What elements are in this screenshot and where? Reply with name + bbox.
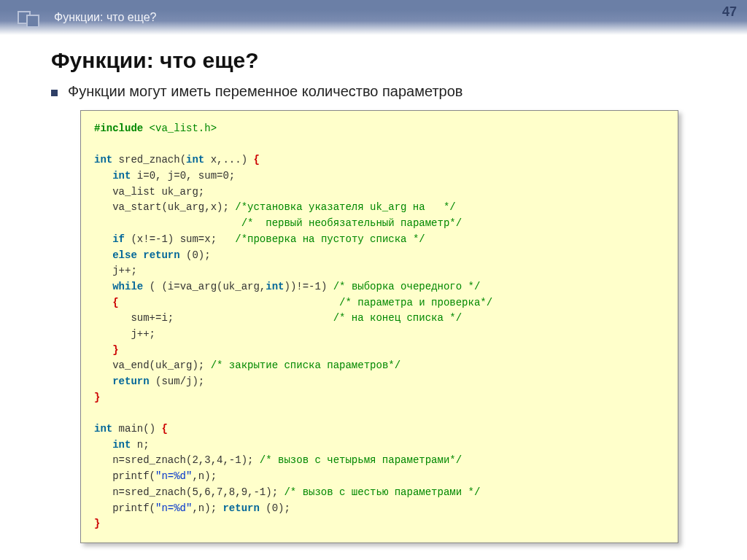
- code-kw: int: [112, 170, 131, 182]
- code-line: [94, 139, 100, 150]
- code-text: [94, 170, 112, 182]
- slide: Функции: что еще? 47 Функции: что еще? Ф…: [0, 0, 747, 560]
- code-kw: int: [266, 281, 284, 292]
- code-block: #include <va_list.h> int sred_znach(int …: [80, 110, 678, 543]
- code-comment: /* первый необязательный параметр*/: [241, 217, 462, 229]
- code-text: [94, 439, 112, 451]
- code-text: n=sred_znach(5,6,7,8,9,-1);: [94, 486, 284, 498]
- code-string: "n=%d": [155, 470, 192, 482]
- code-include: <va_list.h>: [143, 122, 217, 134]
- code-text: [94, 281, 112, 292]
- code-line: [94, 407, 100, 419]
- code-kw: return: [222, 502, 259, 514]
- code-text: sum+=i;: [94, 312, 333, 324]
- code-brace: }: [94, 518, 100, 529]
- code-text: [94, 376, 112, 387]
- code-comment: /*установка указателя uk_arg на */: [235, 201, 455, 213]
- code-brace: }: [94, 392, 100, 403]
- bullet-text: Функции могут иметь переменное количеств…: [68, 83, 462, 100]
- title-decoration: [0, 0, 47, 35]
- code-text: [137, 249, 143, 261]
- page-title: Функции: что еще?: [51, 48, 718, 73]
- code-kw: return: [143, 249, 179, 261]
- code-text: [94, 233, 112, 245]
- code-text: main(): [112, 423, 161, 435]
- code-text: ,n);: [192, 470, 217, 482]
- code-text: [94, 344, 112, 356]
- breadcrumb: Функции: что еще?: [54, 11, 747, 24]
- code-text: ))!=-1): [284, 281, 333, 292]
- code-comment: /* параметра и проверка*/: [339, 297, 492, 308]
- code-brace: {: [161, 423, 167, 435]
- code-kw: int: [186, 154, 204, 166]
- code-text: [119, 297, 339, 308]
- code-brace: {: [253, 154, 259, 166]
- code-brace: }: [112, 344, 118, 356]
- code-text: [94, 249, 112, 261]
- code-text: i=0, j=0, sum=0;: [131, 170, 235, 182]
- code-text: (0);: [180, 249, 211, 261]
- code-kw: int: [94, 154, 112, 166]
- code-kw: int: [112, 439, 131, 451]
- code-comment: /* вызов с шестью параметрами */: [284, 486, 480, 498]
- bullet-icon: [51, 90, 58, 96]
- code-text: (sum/j);: [150, 376, 205, 387]
- code-text: printf(: [94, 470, 155, 482]
- code-text: (0);: [260, 502, 290, 514]
- code-text: va_end(uk_arg);: [94, 359, 211, 371]
- square-icon: [26, 15, 39, 28]
- code-kw: return: [112, 376, 149, 387]
- code-text: va_start(uk_arg,x);: [94, 201, 235, 213]
- code-text: (x!=-1) sum=x;: [125, 233, 235, 245]
- code-comment: /*проверка на пустоту списка */: [235, 233, 425, 245]
- code-text: sred_znach(: [112, 154, 186, 166]
- code-brace: {: [112, 297, 118, 308]
- code-string: "n=%d": [155, 502, 192, 514]
- code-comment: /* закрытие списка параметров*/: [211, 359, 400, 371]
- code-line: va_list uk_arg;: [94, 186, 204, 198]
- code-text: [94, 297, 112, 308]
- code-text: n;: [131, 439, 149, 451]
- code-kw: int: [94, 423, 112, 435]
- code-text: printf(: [94, 502, 155, 514]
- titlebar: Функции: что еще? 47: [0, 0, 747, 35]
- page-number: 47: [722, 4, 737, 20]
- code-text: n=sred_znach(2,3,4,-1);: [94, 454, 260, 466]
- code-preproc: #include: [94, 122, 143, 134]
- code-comment: /* вызов с четырьмя параметрами*/: [260, 454, 462, 466]
- bullet-item: Функции могут иметь переменное количеств…: [51, 83, 718, 100]
- code-kw: if: [112, 233, 125, 245]
- code-comment: /* выборка очередного */: [333, 281, 481, 292]
- code-line: j++;: [94, 328, 155, 340]
- code-kw: while: [112, 281, 143, 292]
- code-text: ( (i=va_arg(uk_arg,: [143, 281, 266, 292]
- code-kw: else: [112, 249, 137, 261]
- code-line: j++;: [94, 265, 137, 276]
- code-text: [94, 217, 241, 229]
- slide-body: Функции: что еще? Функции могут иметь пе…: [0, 35, 747, 558]
- code-comment: /* на конец списка */: [333, 312, 462, 324]
- code-text: x,...): [204, 154, 253, 166]
- code-text: ,n);: [192, 502, 222, 514]
